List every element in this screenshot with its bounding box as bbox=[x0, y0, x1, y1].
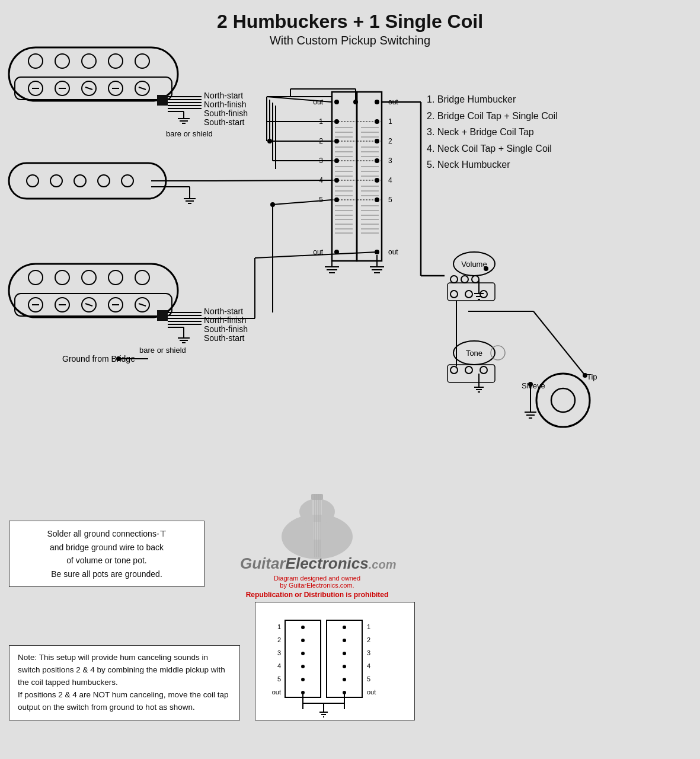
svg-point-209 bbox=[353, 100, 358, 104]
svg-rect-235 bbox=[450, 276, 458, 283]
svg-text:2: 2 bbox=[367, 636, 370, 643]
svg-text:1: 1 bbox=[277, 623, 281, 630]
svg-point-24 bbox=[343, 639, 346, 642]
svg-point-18 bbox=[301, 639, 305, 642]
svg-point-21 bbox=[301, 678, 305, 681]
svg-rect-252 bbox=[465, 366, 472, 374]
svg-text:5: 5 bbox=[388, 196, 392, 204]
svg-text:5: 5 bbox=[319, 196, 323, 204]
svg-point-17 bbox=[301, 626, 305, 629]
svg-text:South-start: South-start bbox=[204, 333, 245, 343]
svg-line-103 bbox=[139, 304, 146, 306]
svg-rect-236 bbox=[461, 276, 468, 283]
svg-point-27 bbox=[343, 678, 346, 681]
svg-point-260 bbox=[551, 388, 575, 412]
main-wiring-diagram: North-start North-finish South-finish So… bbox=[0, 44, 700, 578]
svg-text:bare or shield: bare or shield bbox=[139, 346, 186, 355]
svg-text:3: 3 bbox=[277, 649, 281, 656]
svg-point-91 bbox=[82, 270, 96, 285]
svg-point-90 bbox=[55, 270, 69, 285]
svg-line-219 bbox=[213, 180, 332, 181]
svg-line-54 bbox=[85, 87, 92, 90]
logo-repub: Republication or Distribution is prohibi… bbox=[240, 591, 394, 599]
svg-point-46 bbox=[82, 54, 96, 68]
title-area: 2 Humbuckers + 1 Single Coil With Custom… bbox=[0, 0, 700, 47]
svg-point-26 bbox=[343, 665, 346, 668]
svg-line-221 bbox=[273, 200, 332, 205]
svg-rect-251 bbox=[450, 366, 458, 374]
main-title: 2 Humbuckers + 1 Single Coil bbox=[0, 11, 700, 33]
small-switch-diagram-box: 1 2 3 4 5 out 1 2 3 4 5 out bbox=[255, 602, 415, 720]
small-switch-svg: 1 2 3 4 5 out 1 2 3 4 5 out bbox=[255, 602, 415, 721]
svg-rect-75 bbox=[9, 163, 166, 199]
svg-text:bare or shield: bare or shield bbox=[166, 129, 213, 138]
svg-text:Ground from Bridge: Ground from Bridge bbox=[62, 354, 135, 363]
note-text: Note: This setup will provide hum cancel… bbox=[18, 653, 228, 712]
svg-text:2: 2 bbox=[277, 636, 281, 643]
svg-text:3: 3 bbox=[367, 649, 370, 656]
svg-text:5: 5 bbox=[277, 675, 281, 683]
svg-point-238 bbox=[484, 266, 488, 271]
svg-line-99 bbox=[85, 304, 92, 306]
svg-text:1: 1 bbox=[388, 117, 392, 126]
svg-point-229 bbox=[267, 139, 272, 143]
svg-rect-253 bbox=[480, 366, 487, 374]
svg-rect-104 bbox=[157, 310, 168, 321]
svg-point-25 bbox=[343, 652, 346, 655]
svg-line-58 bbox=[139, 87, 146, 90]
svg-text:4: 4 bbox=[277, 662, 281, 669]
svg-point-20 bbox=[301, 665, 305, 668]
svg-point-48 bbox=[135, 54, 149, 68]
svg-text:5: 5 bbox=[367, 675, 370, 683]
svg-point-249 bbox=[491, 346, 505, 360]
svg-point-228 bbox=[270, 202, 275, 207]
page: 2 Humbuckers + 1 Single Coil With Custom… bbox=[0, 0, 700, 759]
svg-text:2: 2 bbox=[388, 137, 392, 145]
svg-text:Tone: Tone bbox=[466, 349, 482, 358]
svg-text:4: 4 bbox=[367, 662, 370, 669]
svg-text:out: out bbox=[388, 248, 398, 256]
svg-text:4: 4 bbox=[388, 176, 392, 184]
svg-point-80 bbox=[122, 175, 133, 187]
svg-text:1: 1 bbox=[367, 623, 370, 630]
svg-text:3: 3 bbox=[388, 157, 392, 165]
svg-text:North-finish: North-finish bbox=[204, 315, 247, 325]
svg-text:South-finish: South-finish bbox=[204, 324, 248, 334]
svg-point-19 bbox=[301, 652, 305, 655]
svg-text:out: out bbox=[272, 688, 281, 696]
svg-text:North-start: North-start bbox=[204, 307, 243, 316]
svg-point-79 bbox=[98, 175, 110, 187]
svg-text:out: out bbox=[313, 98, 323, 106]
svg-text:North-start: North-start bbox=[204, 91, 243, 100]
svg-rect-237 bbox=[472, 276, 479, 283]
svg-text:South-start: South-start bbox=[204, 117, 245, 127]
svg-rect-9 bbox=[285, 620, 321, 697]
svg-point-44 bbox=[28, 54, 43, 68]
svg-text:North-finish: North-finish bbox=[204, 100, 247, 109]
svg-point-92 bbox=[108, 270, 123, 285]
svg-point-139 bbox=[375, 100, 379, 104]
svg-point-47 bbox=[108, 54, 123, 68]
svg-point-78 bbox=[74, 175, 86, 187]
note-box: Note: This setup will provide hum cancel… bbox=[9, 645, 240, 720]
svg-rect-245 bbox=[465, 291, 472, 298]
svg-text:Volume: Volume bbox=[461, 260, 487, 269]
svg-rect-10 bbox=[327, 620, 362, 697]
svg-point-23 bbox=[343, 626, 346, 629]
svg-text:South-finish: South-finish bbox=[204, 109, 248, 118]
svg-point-89 bbox=[28, 270, 43, 285]
svg-text:Sleeve: Sleeve bbox=[522, 381, 545, 390]
svg-rect-244 bbox=[450, 291, 458, 298]
svg-rect-59 bbox=[157, 95, 168, 106]
svg-line-270 bbox=[533, 311, 585, 375]
svg-point-125 bbox=[334, 100, 339, 104]
svg-text:out: out bbox=[367, 688, 376, 696]
svg-point-93 bbox=[135, 270, 149, 285]
svg-point-76 bbox=[27, 175, 39, 187]
svg-point-77 bbox=[50, 175, 62, 187]
svg-text:Tip: Tip bbox=[587, 372, 597, 381]
svg-point-45 bbox=[55, 54, 69, 68]
